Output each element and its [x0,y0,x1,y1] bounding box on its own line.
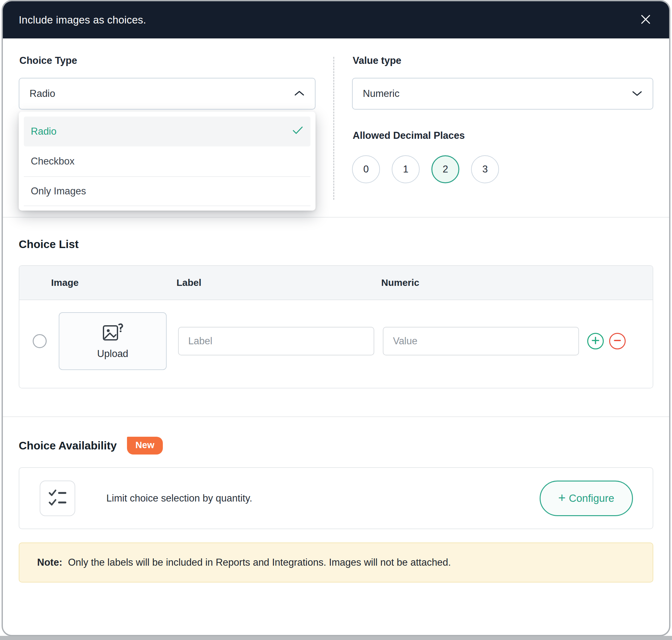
dropdown-option-radio[interactable]: Radio [24,117,311,146]
upload-button-label: Upload [97,348,128,360]
decimal-places-label: Allowed Decimal Places [353,130,653,141]
type-settings-section: Choice Type Radio Radio [3,39,669,217]
choice-table: Image Label Numeric [19,265,653,389]
value-input[interactable] [383,327,579,355]
availability-description: Limit choice selection by quantity. [106,493,252,504]
check-icon [292,126,303,137]
choice-type-label: Choice Type [19,55,315,67]
decimal-option-0[interactable]: 0 [352,155,380,183]
choice-list-section: Choice List Image Label Numeric [3,218,669,417]
close-button[interactable] [638,12,653,28]
availability-heading-row: Choice Availability New [19,437,653,454]
column-header-image: Image [51,277,177,288]
minus-circle-icon [613,336,622,346]
plus-icon: + [558,491,566,504]
note-box: Note:Only the labels will be included in… [19,542,653,582]
choice-radio-button[interactable] [33,334,47,348]
dropdown-option-label: Checkbox [31,156,75,167]
close-icon [639,13,652,27]
decimal-option-2[interactable]: 2 [431,155,459,183]
value-type-selected-value: Numeric [363,88,399,99]
choice-type-selected-value: Radio [30,88,55,99]
dropdown-option-checkbox[interactable]: Checkbox [24,146,311,176]
image-question-icon [102,323,123,344]
modal-header: Include images as choices. [3,1,669,39]
dropdown-option-label: Only Images [31,186,86,197]
configure-button[interactable]: + Configure [540,481,633,516]
choice-row: Upload [19,300,653,388]
note-prefix: Note: [37,557,62,568]
choice-table-header: Image Label Numeric [19,266,653,300]
column-header-numeric: Numeric [381,277,653,288]
new-badge: New [127,437,163,454]
value-type-label: Value type [353,55,653,67]
choice-list-heading: Choice List [19,238,653,251]
plus-circle-icon [592,336,600,346]
choice-type-dropdown-wrap: Radio Radio Checkbox [19,78,315,110]
choice-availability-section: Choice Availability New Limit choice sel… [3,417,669,582]
decimal-option-3[interactable]: 3 [471,155,499,183]
checklist-icon-box [40,481,75,516]
upload-image-button[interactable]: Upload [59,312,167,370]
decimal-places-options: 0 1 2 3 [352,155,653,183]
column-header-label: Label [177,277,381,288]
decimal-option-1[interactable]: 1 [392,155,420,183]
choice-type-dropdown: Radio Checkbox Only Images [19,112,315,210]
choice-type-select[interactable]: Radio [19,78,315,110]
value-type-column: Value type Numeric Allowed Decimal Place… [352,55,653,217]
chevron-down-icon [632,88,642,99]
page-background-strip [0,636,672,640]
choice-availability-heading: Choice Availability [19,439,117,452]
choice-type-column: Choice Type Radio Radio [19,55,315,217]
dropdown-option-label: Radio [31,126,57,137]
label-input[interactable] [178,327,374,355]
modal-title: Include images as choices. [19,14,146,26]
add-choice-button[interactable] [587,333,604,349]
vertical-dashed-divider [333,57,334,200]
configure-button-label: Configure [569,492,614,504]
value-type-select[interactable]: Numeric [352,78,653,110]
remove-choice-button[interactable] [609,333,626,349]
note-text: Only the labels will be included in Repo… [68,557,451,568]
include-images-modal: Include images as choices. Choice Type R… [2,0,670,636]
availability-card: Limit choice selection by quantity. + Co… [19,467,653,529]
dropdown-option-only-images[interactable]: Only Images [24,176,311,206]
checklist-icon [47,487,68,509]
chevron-up-icon [294,88,305,99]
